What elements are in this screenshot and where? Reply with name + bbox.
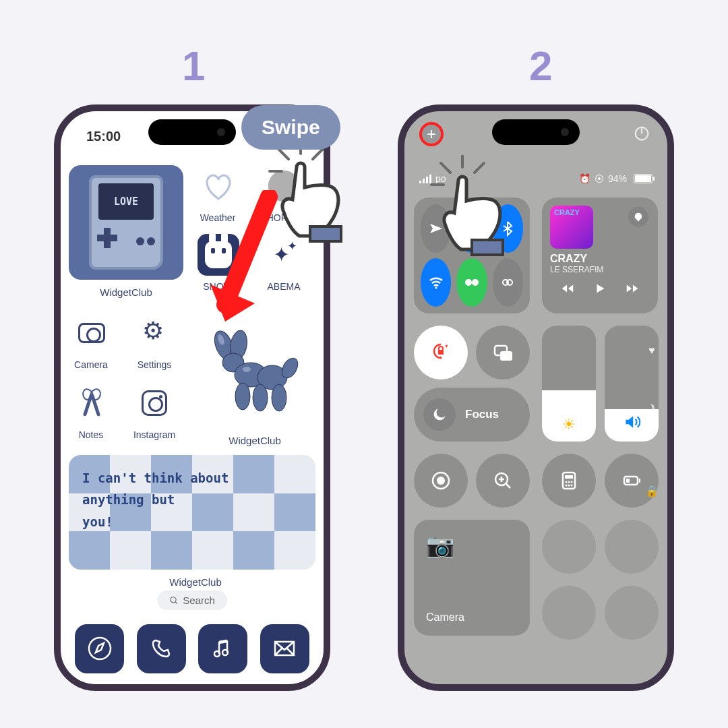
cc-extra-2[interactable]	[605, 520, 659, 574]
focus-label: Focus	[465, 408, 499, 421]
svg-point-19	[465, 279, 472, 286]
widget-label: WidgetClub	[69, 286, 183, 298]
svg-rect-41	[472, 240, 503, 255]
gameboy-screen-text: LOVE	[98, 183, 154, 220]
app-label-settings: Settings	[124, 359, 185, 370]
app-notes[interactable]	[71, 382, 113, 424]
phone-icon	[148, 635, 175, 662]
music-icon	[210, 635, 237, 662]
app-label-notes: Notes	[61, 429, 121, 440]
svg-rect-25	[500, 351, 512, 361]
banner-text: I can't think about anything but you!	[82, 467, 229, 533]
swipe-badge: Swipe	[241, 105, 340, 150]
airplay-button[interactable]	[628, 207, 648, 227]
svg-rect-38	[639, 479, 640, 483]
svg-point-18	[435, 287, 437, 289]
battery-percent: 94%	[608, 173, 627, 184]
gameboy-graphic: LOVE	[89, 175, 163, 270]
dynamic-island	[148, 119, 236, 145]
sun-icon: ☀	[562, 416, 576, 433]
focus-toggle[interactable]: Focus	[414, 388, 530, 442]
camera-label: Camera	[426, 611, 518, 624]
album-art	[550, 206, 593, 249]
svg-rect-30	[565, 475, 573, 479]
dock-music[interactable]	[198, 624, 247, 673]
side-heart-icon: ♥	[644, 343, 659, 358]
widget-label-mid: WidgetClub	[198, 435, 312, 446]
status-time: 15:00	[86, 129, 121, 144]
svg-point-27	[437, 477, 445, 485]
svg-point-13	[214, 651, 220, 657]
speaker-icon	[623, 413, 640, 433]
dynamic-island	[492, 119, 580, 145]
svg-point-34	[566, 485, 568, 487]
tap-hand-1	[263, 142, 364, 252]
widget-banner[interactable]: I can't think about anything but you!	[69, 455, 315, 570]
next-icon[interactable]	[625, 281, 640, 296]
dock	[69, 621, 315, 676]
side-lock-icon: 🔒	[644, 483, 659, 498]
tap-hand-2	[425, 155, 526, 266]
svg-point-5	[235, 383, 250, 410]
app-label-camera: Camera	[61, 359, 121, 370]
power-icon[interactable]	[632, 123, 651, 142]
magnifier-toggle[interactable]	[476, 454, 530, 508]
app-instagram[interactable]	[133, 382, 175, 424]
svg-point-20	[472, 279, 479, 286]
dock-mail[interactable]	[260, 624, 309, 673]
svg-rect-23	[438, 350, 444, 355]
play-icon[interactable]	[593, 281, 607, 296]
svg-point-6	[253, 384, 268, 411]
orientation-lock-toggle[interactable]	[414, 326, 468, 380]
instagram-icon	[142, 390, 167, 416]
music-title: CRAZY	[550, 253, 650, 265]
cc-extra-3[interactable]	[542, 586, 596, 640]
dock-phone[interactable]	[137, 624, 186, 673]
svg-point-33	[571, 481, 573, 483]
svg-point-36	[571, 485, 573, 487]
mail-icon	[271, 635, 298, 662]
cc-extra-1[interactable]	[542, 520, 596, 574]
calculator-toggle[interactable]	[542, 454, 596, 508]
widget-large-gameboy[interactable]: LOVE	[69, 165, 183, 280]
search-icon	[169, 596, 179, 605]
battery-icon	[634, 174, 653, 183]
low-power-toggle[interactable]	[605, 454, 659, 508]
status-right: ⏰ ⦿ 94%	[579, 173, 653, 184]
step-number-2: 2	[529, 42, 552, 90]
side-wave-icon: ))	[644, 401, 659, 416]
svg-point-32	[568, 481, 570, 483]
step-number-1: 1	[182, 42, 205, 90]
app-label-instagram: Instagram	[124, 429, 185, 440]
svg-point-11	[171, 597, 176, 602]
prev-icon[interactable]	[560, 281, 575, 296]
dock-safari[interactable]	[75, 624, 124, 673]
search-button[interactable]: Search	[157, 590, 227, 610]
screen-mirror-toggle[interactable]	[476, 326, 530, 380]
search-label: Search	[183, 595, 215, 606]
svg-point-12	[89, 638, 111, 659]
music-artist: LE SSERAFIM	[550, 265, 650, 274]
camera-tile[interactable]: 📷 Camera	[414, 520, 530, 636]
svg-point-14	[222, 650, 228, 655]
svg-point-31	[566, 481, 568, 483]
svg-rect-39	[626, 479, 630, 483]
app-camera[interactable]	[71, 312, 113, 354]
cc-add-button[interactable]: +	[419, 122, 444, 146]
alarm-icon: ⏰	[579, 173, 590, 184]
app-settings[interactable]	[133, 312, 175, 354]
gear-icon	[142, 321, 166, 345]
ribbon-icon	[78, 390, 105, 417]
camera-icon: 📷	[426, 532, 518, 559]
widget-banner-label: WidgetClub	[128, 576, 263, 588]
camera-icon	[78, 323, 105, 343]
compass-icon	[86, 635, 113, 662]
svg-point-7	[272, 384, 286, 411]
moon-icon	[423, 398, 456, 431]
brightness-slider[interactable]: ☀	[542, 326, 596, 442]
screen-record-toggle[interactable]	[414, 454, 468, 508]
svg-point-35	[568, 485, 570, 487]
music-tile[interactable]: CRAZY LE SSERAFIM	[542, 198, 658, 313]
svg-point-10	[243, 367, 251, 372]
cc-extra-4[interactable]	[605, 586, 659, 640]
